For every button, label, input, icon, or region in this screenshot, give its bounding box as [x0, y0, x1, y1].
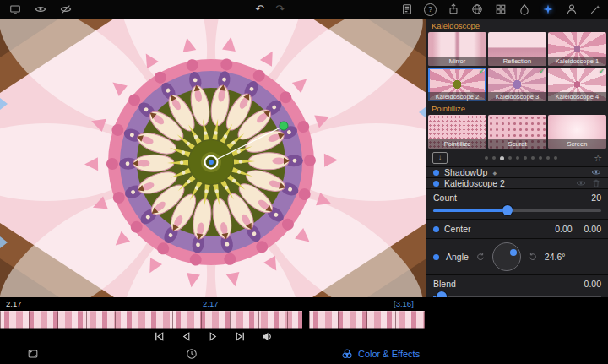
- effect-label: Kaleidoscope 4: [548, 92, 606, 101]
- import-effect-button[interactable]: ↓: [432, 152, 448, 164]
- globe-icon[interactable]: [470, 3, 484, 16]
- center-x-value[interactable]: 0.00: [555, 224, 572, 234]
- display-icon[interactable]: [8, 3, 22, 16]
- timing-clock-icon[interactable]: [186, 348, 198, 360]
- pointillize-effect-grid: Pointillize Seurat Screen: [426, 115, 608, 149]
- angle-control-handle: [280, 122, 288, 130]
- help-icon[interactable]: ?: [424, 3, 437, 16]
- blend-slider-thumb[interactable]: [437, 291, 447, 297]
- app-window: ↶ ↷ ?: [0, 0, 608, 364]
- effects-icon[interactable]: [541, 3, 555, 16]
- color-effects-label: Color & Effects: [358, 349, 420, 359]
- effect-label: Kaleidoscope 2: [428, 92, 486, 101]
- clip-start-time: 2.17: [6, 299, 22, 308]
- pager-dots[interactable]: [453, 156, 589, 160]
- effect-thumb-reflection[interactable]: Reflection: [488, 32, 546, 66]
- count-parameter: Count 20: [426, 188, 608, 219]
- bottom-toolbar: Color & Effects: [0, 346, 608, 364]
- layer-name: ShadowUp: [444, 167, 487, 177]
- section-title-pointillize: Pointillize: [426, 101, 608, 115]
- effect-thumb-screen[interactable]: Screen: [548, 115, 606, 149]
- effect-thumb-kaleidoscope-3[interactable]: ✓Kaleidoscope 3: [488, 68, 546, 101]
- effect-label: Pointillize: [428, 139, 486, 149]
- angle-dial-dot[interactable]: [510, 249, 517, 256]
- layer-visibility-eye-icon[interactable]: [576, 178, 586, 188]
- kaleidoscope-frame: [0, 19, 426, 297]
- angle-label: Angle: [446, 252, 469, 262]
- effect-thumb-kaleidoscope-1[interactable]: Kaleidoscope 1: [548, 32, 606, 66]
- playhead-time: 2.17: [203, 299, 219, 308]
- color-drop-icon[interactable]: [518, 3, 531, 16]
- layer-color-dot: [433, 170, 439, 176]
- previous-frame-button[interactable]: [153, 330, 166, 343]
- keyframe-dot[interactable]: [433, 254, 439, 260]
- effects-pager: ↓ ☆: [426, 149, 608, 166]
- effect-label: Mirror: [428, 57, 486, 66]
- audio-mute-button[interactable]: [261, 330, 274, 343]
- next-frame-button[interactable]: [234, 330, 247, 343]
- effect-thumb-pointillize[interactable]: Pointillize: [428, 115, 486, 149]
- keyframe-dot[interactable]: [433, 226, 439, 232]
- play-reverse-button[interactable]: [180, 330, 193, 343]
- kaleidoscope-effect-grid: Mirror Reflection Kaleidoscope 1 ✓Kaleid…: [426, 32, 608, 101]
- center-parameter[interactable]: Center 0.00 0.00: [426, 219, 608, 238]
- effect-thumb-mirror[interactable]: Mirror: [428, 32, 486, 66]
- effect-label: Screen: [548, 139, 606, 149]
- redo-button[interactable]: ↷: [275, 0, 285, 19]
- section-title-kaleidoscope: Kaleidoscope: [426, 19, 608, 32]
- left-edge-handle-bottom[interactable]: [0, 236, 8, 248]
- favorites-star-icon[interactable]: ☆: [594, 154, 602, 163]
- layer-row-kaleidoscope-2[interactable]: Kaleidoscope 2: [426, 177, 608, 188]
- video-preview[interactable]: [0, 19, 426, 297]
- blend-value: 0.00: [584, 279, 601, 289]
- effect-thumb-kaleidoscope-2[interactable]: ✓Kaleidoscope 2: [428, 68, 486, 101]
- filmstrip-clip-1[interactable]: [0, 311, 302, 329]
- layer-name: Kaleidoscope 2: [444, 178, 505, 188]
- magic-wand-icon[interactable]: [589, 3, 602, 16]
- layer-row-shadowup[interactable]: ShadowUp ◆: [426, 166, 608, 177]
- transport-controls: [0, 330, 426, 343]
- total-duration: [3.16]: [394, 299, 414, 308]
- color-effects-button[interactable]: Color & Effects: [341, 348, 420, 360]
- rotate-ccw-icon[interactable]: [475, 252, 486, 262]
- compare-eye-icon[interactable]: [59, 3, 73, 16]
- angle-value[interactable]: 24.6°: [545, 252, 566, 262]
- help-glyph: ?: [428, 5, 432, 14]
- play-button[interactable]: [207, 330, 220, 343]
- layer-visibility-eye-icon[interactable]: [591, 167, 601, 177]
- check-icon: ✓: [539, 68, 545, 75]
- effect-label: Reflection: [488, 57, 546, 66]
- check-icon: ✓: [599, 68, 605, 75]
- center-y-value[interactable]: 0.00: [584, 224, 601, 234]
- project-list-icon[interactable]: [400, 3, 414, 16]
- left-edge-handle-top[interactable]: [0, 98, 8, 110]
- angle-parameter: Angle 24.6°: [426, 238, 608, 274]
- filmstrip-clip-2[interactable]: [309, 311, 425, 329]
- timeline-area: 2.17 2.17 [3.16] Color & Effects: [0, 297, 608, 364]
- preview-eye-icon[interactable]: [34, 3, 47, 16]
- count-slider-thumb[interactable]: [502, 205, 513, 215]
- panel-collapse-handle[interactable]: [419, 106, 426, 118]
- undo-button[interactable]: ↶: [255, 0, 264, 19]
- blend-parameter: Blend 0.00: [426, 274, 608, 297]
- effect-thumb-seurat[interactable]: Seurat: [488, 115, 546, 149]
- color-wheel-icon: [341, 348, 353, 360]
- count-slider[interactable]: [433, 204, 601, 216]
- rotate-cw-icon[interactable]: [528, 252, 538, 262]
- down-arrow-icon: ↓: [438, 154, 442, 161]
- top-toolbar: ↶ ↷ ?: [0, 0, 608, 19]
- frame-fit-icon[interactable]: [27, 348, 39, 360]
- share-icon[interactable]: [447, 3, 460, 16]
- angle-dial[interactable]: [492, 242, 521, 271]
- effects-panel: Kaleidoscope Mirror Reflection Kaleidosc…: [426, 19, 608, 297]
- center-label: Center: [444, 224, 471, 234]
- layer-color-dot: [433, 181, 439, 187]
- count-label: Count: [433, 193, 457, 203]
- account-icon[interactable]: [565, 3, 578, 16]
- delete-layer-trash-icon[interactable]: [591, 178, 601, 188]
- apps-grid-icon[interactable]: [494, 3, 508, 16]
- blend-label: Blend: [433, 279, 456, 289]
- blend-slider[interactable]: [433, 291, 601, 297]
- effect-thumb-kaleidoscope-4[interactable]: ✓Kaleidoscope 4: [548, 68, 606, 101]
- effect-label: Seurat: [488, 139, 546, 149]
